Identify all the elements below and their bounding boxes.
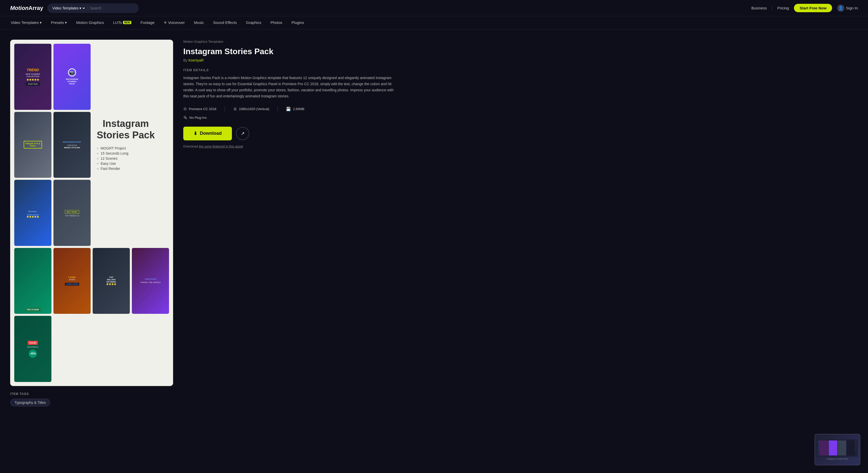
main-content: TREND NEW SUMMER COLLECTION ⭐⭐⭐⭐⭐ SHOP N… (0, 30, 407, 416)
spec-divider-2 (277, 107, 278, 112)
thumbnail-preview: Instagram Stories Pack (814, 434, 860, 465)
breadcrumb: Motion Graphics Templates (183, 40, 397, 43)
nav-label-photos: Photos (270, 20, 282, 25)
header: MotionArray Video Templates ▾ Business P… (0, 0, 868, 16)
nav-item-graphics[interactable]: Graphics (245, 16, 262, 29)
download-icon: 💾 (286, 107, 291, 111)
nav-item-voiceover[interactable]: ✳ Voiceover (163, 16, 185, 29)
details-panel: Motion Graphics Templates Instagram Stor… (183, 40, 397, 406)
preview-title-text: InstagramStories Pack (97, 118, 155, 141)
nav-label-motion-graphics: Motion Graphics (76, 20, 104, 25)
feature-4: Easy Use (97, 162, 128, 166)
share-button[interactable]: ↗ (236, 127, 249, 140)
business-link[interactable]: Business (751, 6, 767, 10)
header-divider (772, 6, 772, 11)
thumb-7: BUY NOW! TOP TRENDS '18 (54, 180, 91, 246)
nav-item-luts[interactable]: LUTs NEW (113, 16, 132, 29)
chevron-down-icon-presets: ▾ (65, 20, 67, 25)
nav-label-footage: Footage (141, 20, 155, 25)
spec-resolution-label: 1080x1920 (Vertical) (239, 107, 269, 111)
product-description: Instagram Stories Pack is a modern Motio… (183, 75, 397, 99)
chevron-down-icon: ▾ (40, 20, 42, 25)
item-tags-label: ITEM TAGS (10, 392, 173, 396)
thumb-10: TOP SELLING ON WEEK ⭐⭐⭐⭐ (93, 248, 130, 314)
nav-label-presets: Presets (51, 20, 64, 25)
thumb-12: SALE! BACKPACK -45% (14, 316, 52, 382)
avatar-icon: 👤 (837, 5, 844, 12)
author-link[interactable]: KseniyaR (188, 58, 204, 62)
product-author: By KseniyaR (183, 58, 397, 62)
feature-1: MOGRT Project (97, 146, 128, 150)
author-prefix: By (183, 58, 187, 62)
search-input[interactable] (90, 6, 135, 10)
search-bar: Video Templates ▾ (48, 3, 139, 13)
item-details-label: ITEM DETAILS (183, 68, 397, 72)
download-row: ⬇ Download ↗ (183, 127, 397, 140)
spec-resolution: 🖥 1080x1920 (Vertical) (233, 107, 269, 111)
nav-item-photos[interactable]: Photos (270, 16, 283, 29)
nav-label-sound-effects: Sound Effects (213, 20, 237, 25)
thumb-5: INSTAGRAM POST CREATIVE MAGIC STYLISH (54, 112, 91, 178)
thumb-2: 📷 INSTAGRAM STORIES PACK (54, 44, 91, 110)
spec-software-label: Premiere CC 2018 (189, 107, 216, 111)
download-song-text: Download (183, 144, 198, 148)
nav-item-plugins[interactable]: Plugins (291, 16, 304, 29)
product-preview-grid: TREND NEW SUMMER COLLECTION ⭐⭐⭐⭐⭐ SHOP N… (10, 40, 173, 386)
feature-3: 12 Scenes (97, 157, 128, 161)
feature-5: Fast Render (97, 167, 128, 171)
spec-filesize: 💾 2.89MB (286, 107, 304, 111)
thumb-11: #VACATION TRAVEL THE WORLD (132, 248, 169, 314)
pricing-link[interactable]: Pricing (777, 6, 789, 10)
spec-divider-1 (224, 107, 225, 112)
plugin-icon: 🔌 (183, 116, 187, 120)
nav-label-voiceover: ✳ Voiceover (164, 20, 185, 25)
tag-typography-titles[interactable]: Typography & Titles (10, 399, 50, 406)
nav-item-music[interactable]: Music (193, 16, 205, 29)
plugins-label: No Plug-Ins (189, 116, 207, 120)
spec-software: ⚙ Premiere CC 2018 (183, 107, 216, 111)
share-icon: ↗ (241, 131, 245, 136)
header-left: MotionArray Video Templates ▾ (10, 3, 139, 13)
search-category-select[interactable]: Video Templates ▾ (52, 6, 86, 10)
header-right: Business Pricing Start Free Now 👤 Sign I… (751, 4, 858, 12)
gear-icon: ⚙ (183, 107, 187, 111)
preview-features-list: MOGRT Project 15 Seconds Long 12 Scenes … (97, 145, 128, 172)
download-song-row: Download the song featured in this asset (183, 144, 397, 148)
thumb-3: UNIQUE STYLE PACK (14, 112, 52, 178)
nav-label-luts: LUTs (113, 20, 122, 25)
nav-item-presets[interactable]: Presets ▾ (51, 16, 67, 29)
luts-new-badge: NEW (123, 21, 131, 24)
nav-item-video-templates[interactable]: Video Templates ▾ (10, 16, 42, 29)
spec-filesize-label: 2.89MB (293, 107, 304, 111)
item-tags-section: ITEM TAGS Typography & Titles (10, 392, 173, 406)
nav-label-graphics: Graphics (246, 20, 261, 25)
thumbnail-mini-image: Instagram Stories Pack (815, 434, 860, 465)
plugins-row: 🔌 No Plug-Ins (183, 116, 397, 120)
download-label: Download (200, 131, 222, 136)
product-specs: ⚙ Premiere CC 2018 🖥 1080x1920 (Vertical… (183, 107, 397, 112)
nav-item-footage[interactable]: Footage (140, 16, 155, 29)
nav-item-motion-graphics[interactable]: Motion Graphics (75, 16, 104, 29)
product-title: Instagram Stories Pack (183, 46, 397, 56)
thumb-6: " Top trends... Amelia Earhart ⭐⭐⭐⭐⭐ (14, 180, 52, 246)
thumb-9: T-SHIRT JEANS LEARN MORE (54, 248, 91, 314)
download-button[interactable]: ⬇ Download (183, 127, 232, 140)
download-arrow-icon: ⬇ (193, 131, 197, 136)
logo[interactable]: MotionArray (10, 5, 43, 11)
download-song-link[interactable]: the song featured in this asset (199, 144, 243, 148)
signin-button[interactable]: 👤 Sign In (837, 5, 858, 12)
start-free-button[interactable]: Start Free Now (794, 4, 832, 12)
thumb-1: TREND NEW SUMMER COLLECTION ⭐⭐⭐⭐⭐ SHOP N… (14, 44, 52, 110)
main-nav: Video Templates ▾ Presets ▾ Motion Graph… (0, 16, 868, 30)
nav-item-sound-effects[interactable]: Sound Effects (213, 16, 237, 29)
nav-label-video-templates: Video Templates (11, 20, 39, 25)
preview-panel: TREND NEW SUMMER COLLECTION ⭐⭐⭐⭐⭐ SHOP N… (10, 40, 173, 406)
preview-title-overlay: InstagramStories Pack MOGRT Project 15 S… (93, 44, 169, 246)
nav-label-music: Music (194, 20, 204, 25)
signin-label: Sign In (846, 6, 858, 10)
nav-label-plugins: Plugins (291, 20, 304, 25)
feature-2: 15 Seconds Long (97, 151, 128, 156)
monitor-icon: 🖥 (233, 107, 237, 111)
thumb-8: TRY IT NOW (14, 248, 52, 314)
